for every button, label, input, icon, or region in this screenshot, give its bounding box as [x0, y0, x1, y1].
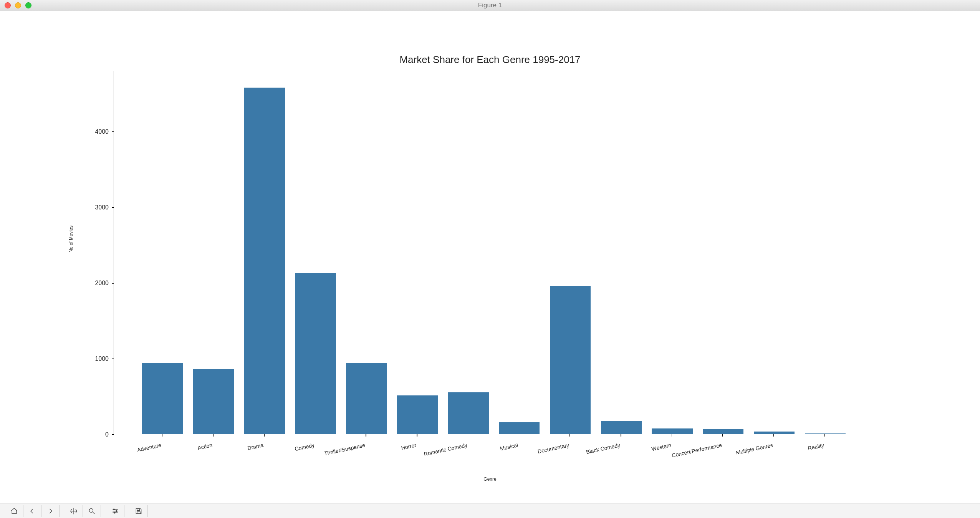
- x-tick-mark: [519, 434, 520, 437]
- bar: [601, 421, 642, 434]
- x-tick-mark: [315, 434, 316, 437]
- x-ticks: AdventureActionDramaComedyThriller/Suspe…: [114, 434, 873, 469]
- x-tick-mark: [264, 434, 265, 437]
- svg-point-3: [114, 512, 115, 513]
- matplotlib-window: Figure 1 Market Share for Each Genre 199…: [0, 0, 980, 518]
- x-tick-mark: [468, 434, 468, 437]
- x-tick-mark: [366, 434, 366, 437]
- svg-point-2: [116, 510, 117, 511]
- save-icon: [135, 507, 142, 515]
- x-tick-mark: [162, 434, 163, 437]
- pan-icon: [70, 507, 78, 515]
- forward-button[interactable]: [41, 505, 60, 517]
- y-axis-label: No of Movies: [68, 226, 74, 252]
- x-tick-mark: [621, 434, 621, 437]
- bar: [550, 286, 591, 434]
- figure-toolbar: [0, 503, 980, 518]
- x-tick-mark: [722, 434, 723, 437]
- svg-point-1: [113, 509, 114, 510]
- zoom-button[interactable]: [83, 505, 101, 517]
- maximize-icon[interactable]: [25, 2, 31, 8]
- x-tick-mark: [672, 434, 672, 437]
- bar: [397, 395, 438, 434]
- y-tick-label: 1000: [95, 355, 114, 362]
- bar: [652, 428, 692, 434]
- bar: [142, 363, 183, 434]
- x-axis-label: Genre: [0, 476, 980, 482]
- bar: [193, 369, 234, 434]
- y-tick-label: 3000: [95, 204, 114, 211]
- bar: [295, 273, 336, 434]
- close-icon[interactable]: [5, 2, 11, 8]
- back-button[interactable]: [23, 505, 41, 517]
- bar: [448, 392, 489, 434]
- chart-title: Market Share for Each Genre 1995-2017: [0, 54, 980, 66]
- window-title: Figure 1: [0, 2, 980, 9]
- bar: [805, 433, 846, 434]
- bar: [346, 363, 387, 434]
- configure-icon: [111, 507, 119, 515]
- save-button[interactable]: [130, 505, 148, 517]
- pan-button[interactable]: [65, 505, 83, 517]
- configure-button[interactable]: [106, 505, 124, 517]
- bar: [244, 88, 285, 434]
- bars-group: [114, 71, 873, 434]
- figure-canvas[interactable]: Market Share for Each Genre 1995-2017 No…: [0, 11, 980, 503]
- home-icon: [10, 507, 18, 515]
- back-icon: [28, 507, 36, 515]
- x-tick-mark: [417, 434, 417, 437]
- x-tick-mark: [824, 434, 825, 437]
- bar: [754, 432, 795, 434]
- x-tick-mark: [773, 434, 774, 437]
- traffic-lights: [5, 2, 31, 8]
- plot-area: 01000200030004000: [114, 71, 873, 434]
- y-tick-label: 4000: [95, 128, 114, 135]
- x-tick-mark: [569, 434, 570, 437]
- bar: [499, 422, 540, 434]
- minimize-icon[interactable]: [15, 2, 21, 8]
- home-button[interactable]: [5, 505, 23, 517]
- y-tick-label: 2000: [95, 280, 114, 287]
- bar: [703, 429, 743, 434]
- window-titlebar: Figure 1: [0, 0, 980, 11]
- forward-icon: [46, 507, 54, 515]
- x-tick-mark: [213, 434, 214, 437]
- zoom-icon: [88, 507, 96, 515]
- svg-point-0: [89, 508, 93, 512]
